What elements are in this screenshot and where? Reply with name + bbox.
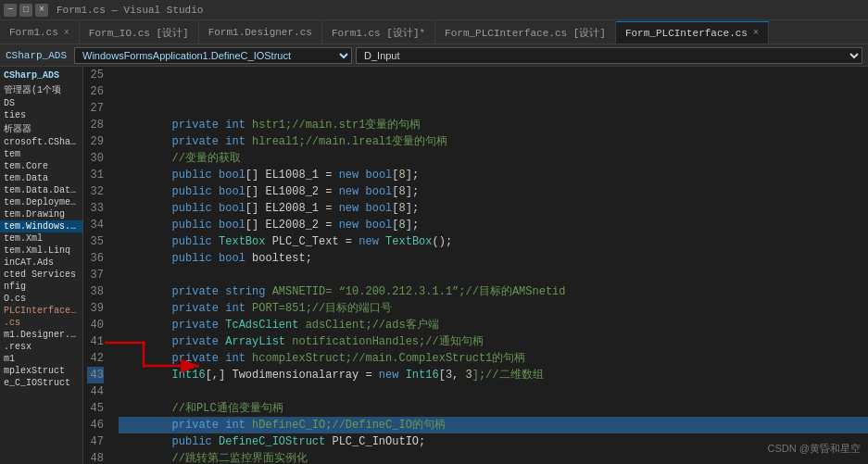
line-number: 45 bbox=[87, 400, 104, 417]
line-number: 40 bbox=[87, 317, 104, 333]
title-bar: − □ × Form1.cs — Visual Studio bbox=[0, 0, 868, 20]
code-line: public TextBox PLC_C_Text = new TextBox(… bbox=[119, 233, 868, 250]
sidebar-item[interactable]: mplexStruct bbox=[0, 365, 82, 377]
sidebar-item[interactable]: PLCInterface.cs bbox=[0, 305, 82, 317]
sidebar-item[interactable]: e_C_IOStruct bbox=[0, 377, 82, 389]
tab-formplc-design[interactable]: Form_PLCInterface.cs [设计] bbox=[435, 21, 616, 44]
main-area: CSharp_ADS管理器(1个项DSties析器器crosoft.CSharp… bbox=[0, 67, 868, 464]
sidebar-item[interactable]: cted Services bbox=[0, 269, 82, 281]
code-line: private int hcomplexStruct;//main.Comple… bbox=[119, 350, 868, 367]
path-selector[interactable]: WindowsFormsApplication1.DefineC_IOStruc… bbox=[74, 47, 352, 64]
line-number: 27 bbox=[87, 100, 104, 117]
line-number: 36 bbox=[87, 250, 104, 267]
code-line: public bool[] EL1008_2 = new bool[8]; bbox=[119, 183, 868, 200]
field-selector[interactable]: D_Input bbox=[356, 47, 862, 64]
code-line: //和PLC通信变量句柄 bbox=[119, 400, 868, 417]
code-line: public bool booltest; bbox=[119, 250, 868, 267]
app-title: Form1.cs — Visual Studio bbox=[57, 5, 203, 16]
code-line: public DefineC_IOStruct PLC_C_InOutIO; bbox=[119, 433, 868, 450]
line-number: 38 bbox=[87, 283, 104, 300]
sidebar: CSharp_ADS管理器(1个项DSties析器器crosoft.CSharp… bbox=[0, 67, 83, 464]
line-number: 29 bbox=[87, 133, 104, 150]
line-number: 48 bbox=[87, 450, 104, 464]
sidebar-item[interactable]: .cs bbox=[0, 317, 82, 329]
sidebar-item[interactable]: DS bbox=[0, 97, 82, 109]
line-number: 34 bbox=[87, 217, 104, 233]
code-line: private int hlreal1;//main.lreal1变量的句柄 bbox=[119, 133, 868, 150]
line-number: 37 bbox=[87, 267, 104, 283]
sidebar-item[interactable]: tem.Windows.For bbox=[0, 220, 82, 232]
line-number: 33 bbox=[87, 200, 104, 217]
tabs-bar: Form1.cs × Form_IO.cs [设计] Form1.Designe… bbox=[0, 20, 868, 44]
sidebar-item[interactable]: CSharp_ADS bbox=[0, 69, 82, 82]
sidebar-item[interactable]: tem.Core bbox=[0, 160, 82, 172]
close-button[interactable]: × bbox=[35, 4, 48, 17]
code-line: public bool[] EL2008_1 = new bool[8]; bbox=[119, 200, 868, 217]
code-container[interactable]: 2526272829303132333435363738394041424344… bbox=[83, 67, 868, 464]
line-number: 32 bbox=[87, 183, 104, 200]
code-line: public bool[] EL2008_2 = new bool[8]; bbox=[119, 217, 868, 233]
maximize-button[interactable]: □ bbox=[19, 4, 32, 17]
code-content: CSDN @黄昏和星空 private int hstr1;//main.str… bbox=[111, 67, 868, 464]
tab-formio-design[interactable]: Form_IO.cs [设计] bbox=[80, 21, 199, 44]
tab-form1-designer[interactable]: Form1.Designer.cs bbox=[199, 21, 322, 44]
code-line: private int hDefineC_IO;//DefineC_IO的句柄 bbox=[119, 417, 868, 433]
sidebar-item[interactable]: m1.Designer.cs bbox=[0, 329, 82, 341]
code-line: //变量的获取 bbox=[119, 150, 868, 167]
sidebar-item[interactable]: tem.Xml bbox=[0, 232, 82, 245]
line-number: 44 bbox=[87, 383, 104, 400]
line-number: 31 bbox=[87, 167, 104, 183]
sidebar-item[interactable]: inCAT.Ads bbox=[0, 257, 82, 269]
sidebar-item[interactable]: .resx bbox=[0, 341, 82, 353]
minimize-button[interactable]: − bbox=[4, 4, 17, 17]
line-number: 43 bbox=[87, 367, 104, 383]
sidebar-item[interactable]: crosoft.CSharp bbox=[0, 136, 82, 148]
sidebar-item[interactable]: tem.Xml.Linq bbox=[0, 245, 82, 257]
sidebar-item[interactable]: tem bbox=[0, 148, 82, 160]
sidebar-item[interactable]: tem.Data bbox=[0, 172, 82, 184]
line-number: 26 bbox=[87, 83, 104, 100]
sidebar-item[interactable]: nfig bbox=[0, 281, 82, 293]
line-number: 30 bbox=[87, 150, 104, 167]
code-line: private int PORT=851;//目标的端口号 bbox=[119, 300, 868, 317]
code-line: private string AMSNETID= “10.200.212.3.1… bbox=[119, 283, 868, 300]
code-line bbox=[119, 383, 868, 400]
toolbar: CSharp_ADS WindowsFormsApplication1.Defi… bbox=[0, 44, 868, 67]
line-number: 25 bbox=[87, 67, 104, 83]
editor-area: 2526272829303132333435363738394041424344… bbox=[83, 67, 868, 464]
sidebar-item[interactable]: tem.Deployment bbox=[0, 196, 82, 208]
code-line: //跳转第二监控界面实例化 bbox=[119, 450, 868, 464]
code-line bbox=[119, 267, 868, 283]
project-label: CSharp_ADS bbox=[6, 50, 70, 61]
code-line: private int hstr1;//main.str1变量的句柄 bbox=[119, 117, 868, 133]
line-number: 42 bbox=[87, 350, 104, 367]
sidebar-item[interactable]: tem.Data.DataSe bbox=[0, 184, 82, 196]
line-numbers: 2526272829303132333435363738394041424344… bbox=[83, 67, 111, 464]
code-line: private TcAdsClient adsClient;//ads客户端 bbox=[119, 317, 868, 333]
tab-form1cs[interactable]: Form1.cs × bbox=[0, 21, 80, 44]
tab-formplc-cs[interactable]: Form_PLCInterface.cs × bbox=[616, 21, 769, 44]
tab-form1-design-star[interactable]: Form1.cs [设计]* bbox=[322, 21, 435, 44]
sidebar-item[interactable]: tem.Drawing bbox=[0, 208, 82, 220]
line-number: 28 bbox=[87, 117, 104, 133]
sidebar-item[interactable]: m1 bbox=[0, 353, 82, 365]
sidebar-item[interactable]: 管理器(1个项 bbox=[0, 82, 82, 97]
line-number: 46 bbox=[87, 417, 104, 433]
code-line: public bool[] EL1008_1 = new bool[8]; bbox=[119, 167, 868, 183]
line-number: 39 bbox=[87, 300, 104, 317]
sidebar-item[interactable]: O.cs bbox=[0, 293, 82, 305]
sidebar-item[interactable]: 析器器 bbox=[0, 121, 82, 136]
line-number: 47 bbox=[87, 433, 104, 450]
line-number: 41 bbox=[87, 333, 104, 350]
tab-close-icon[interactable]: × bbox=[64, 28, 69, 38]
code-line: Int16[,] Twodimensionalarray = new Int16… bbox=[119, 367, 868, 383]
sidebar-item[interactable]: ties bbox=[0, 109, 82, 121]
tab-close-active-icon[interactable]: × bbox=[753, 28, 759, 38]
line-number: 35 bbox=[87, 233, 104, 250]
code-line: private ArrayList notificationHandles;//… bbox=[119, 333, 868, 350]
